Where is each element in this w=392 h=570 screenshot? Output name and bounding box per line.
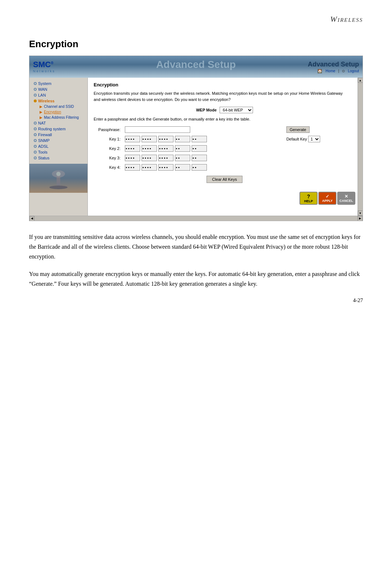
key4-input-1[interactable] (125, 164, 140, 171)
passphrase-description: Enter a passphrase and click the Generat… (94, 117, 355, 121)
sidebar-label-adsl: ADSL (38, 144, 49, 148)
key2-input-1[interactable] (125, 145, 140, 152)
sidebar-label-firewall: Firewall (38, 133, 52, 137)
logout-link[interactable]: Logout (348, 69, 359, 73)
key3-input-4[interactable] (175, 155, 190, 161)
page-number: 4-27 (29, 297, 363, 304)
firewall-bullet (34, 133, 37, 136)
horizontal-scrollbar[interactable]: ◀ ▶ (29, 216, 363, 221)
body-text: If you are transmitting sensitive data a… (29, 232, 363, 289)
main-content: ▲ ▼ Encryption Encryption transmits your… (87, 78, 363, 216)
mac-arrow: ▶ (40, 115, 42, 119)
sidebar-item-routing[interactable]: Routing system (29, 126, 87, 132)
status-bullet (34, 156, 37, 159)
sidebar-item-tools[interactable]: Tools (29, 149, 87, 155)
key2-input-4[interactable] (175, 145, 190, 152)
wep-mode-select[interactable]: 64-bit WEP 128-bit WEP (220, 107, 253, 113)
page-header: Wireless (0, 0, 392, 31)
smc-logo: SMC® (33, 61, 56, 69)
key2-input-2[interactable] (142, 145, 157, 152)
help-button[interactable]: ? HELP (299, 192, 318, 205)
scroll-track[interactable] (358, 83, 363, 211)
sidebar-label-wireless: Wireless (38, 99, 54, 103)
adsl-bullet (34, 145, 37, 148)
key4-label: Key 4: (94, 163, 123, 172)
key3-label: Key 3: (94, 153, 123, 163)
scroll-right-btn[interactable]: ▶ (358, 216, 363, 221)
key4-input-4[interactable] (175, 164, 190, 171)
wireless-title: Wireless (330, 15, 363, 24)
generate-button[interactable]: Generate (286, 126, 310, 133)
sidebar-subitem-encryption[interactable]: ▶ Encryption (29, 109, 87, 115)
home-link[interactable]: Home (326, 69, 335, 73)
passphrase-input[interactable] (125, 126, 190, 133)
sidebar-label-routing: Routing system (38, 127, 66, 131)
sidebar-item-wireless[interactable]: Wireless (29, 98, 87, 104)
key1-input-2[interactable] (142, 136, 157, 142)
scroll-left-btn[interactable]: ◀ (29, 216, 34, 221)
key4-inputs (125, 164, 282, 171)
sidebar-label-snmp: SNMP (38, 138, 50, 143)
sidebar-item-firewall[interactable]: Firewall (29, 132, 87, 138)
smc-networks: Networks (33, 69, 56, 73)
advanced-setup-bg-text: Advanced Setup (156, 59, 236, 70)
key2-input-5[interactable] (192, 145, 207, 152)
router-ui: SMC® Networks Advanced Setup Advanced Se… (29, 56, 363, 221)
key3-input-3[interactable] (158, 155, 173, 161)
logout-icon: ⊙ (342, 69, 345, 73)
passphrase-label: Passphrase: (94, 125, 123, 134)
key4-input-5[interactable] (192, 164, 207, 171)
key3-row: Key 3: (94, 153, 355, 163)
apply-button[interactable]: ✓ APPLY (318, 192, 336, 205)
key1-inputs (125, 136, 282, 142)
key3-input-2[interactable] (142, 155, 157, 161)
sidebar-item-lan[interactable]: LAN (29, 92, 87, 98)
encryption-description: Encryption transmits your data securely … (94, 90, 350, 102)
sidebar-item-nat[interactable]: NAT (29, 120, 87, 126)
key3-input-1[interactable] (125, 155, 140, 161)
key1-input-3[interactable] (158, 136, 173, 142)
cancel-button[interactable]: ✕ CANCEL (337, 192, 355, 205)
sidebar-subitem-mac[interactable]: ▶ Mac Address Filtering (29, 115, 87, 120)
key3-input-5[interactable] (192, 155, 207, 161)
clear-all-keys-button[interactable]: Clear All Keys (207, 176, 242, 183)
encryption-form: Passphrase: Generate Key 1: (94, 125, 355, 172)
router-body: System WAN LAN Wireless ▶ Channel and SS… (29, 78, 363, 216)
sidebar-subitem-channel[interactable]: ▶ Channel and SSID (29, 104, 87, 109)
sidebar-graphic (44, 167, 73, 189)
channel-arrow: ▶ (40, 105, 42, 109)
key2-row: Key 2: (94, 144, 355, 153)
sidebar-item-snmp[interactable]: SNMP (29, 138, 87, 143)
sidebar-item-status[interactable]: Status (29, 155, 87, 161)
sidebar-item-wan[interactable]: WAN (29, 86, 87, 92)
sidebar-image (29, 164, 87, 193)
key4-input-3[interactable] (158, 164, 173, 171)
vertical-scrollbar[interactable]: ▲ ▼ (358, 78, 363, 216)
tools-bullet (34, 151, 37, 154)
scroll-up-btn[interactable]: ▲ (358, 78, 363, 83)
key1-input-1[interactable] (125, 136, 140, 142)
key2-input-3[interactable] (158, 145, 173, 152)
apply-icon: ✓ (326, 194, 329, 199)
scroll-down-btn[interactable]: ▼ (358, 211, 363, 216)
header-right: Advanced Setup 🏠 Home | ⊙ Logout (308, 61, 359, 73)
svg-point-0 (49, 186, 68, 189)
key1-input-5[interactable] (192, 136, 207, 142)
default-key-select[interactable]: 1 2 3 4 (308, 136, 320, 142)
sidebar-item-system[interactable]: System (29, 81, 87, 86)
sidebar-label-system: System (38, 81, 52, 86)
svg-point-3 (56, 172, 61, 176)
key4-input-2[interactable] (142, 164, 157, 171)
sidebar-item-adsl[interactable]: ADSL (29, 143, 87, 149)
sidebar-label-status: Status (38, 156, 49, 160)
key1-label: Key 1: (94, 134, 123, 144)
header-links: 🏠 Home | ⊙ Logout (318, 69, 359, 73)
sidebar-label-lan: LAN (38, 93, 46, 97)
body-paragraph-1: If you are transmitting sensitive data a… (29, 232, 363, 262)
sidebar-label-encryption: Encryption (44, 110, 61, 114)
system-bullet (34, 82, 37, 85)
encryption-form-title: Encryption (94, 82, 355, 87)
passphrase-row: Passphrase: Generate (94, 125, 355, 134)
key1-input-4[interactable] (175, 136, 190, 142)
h-scroll-track[interactable] (34, 216, 358, 221)
